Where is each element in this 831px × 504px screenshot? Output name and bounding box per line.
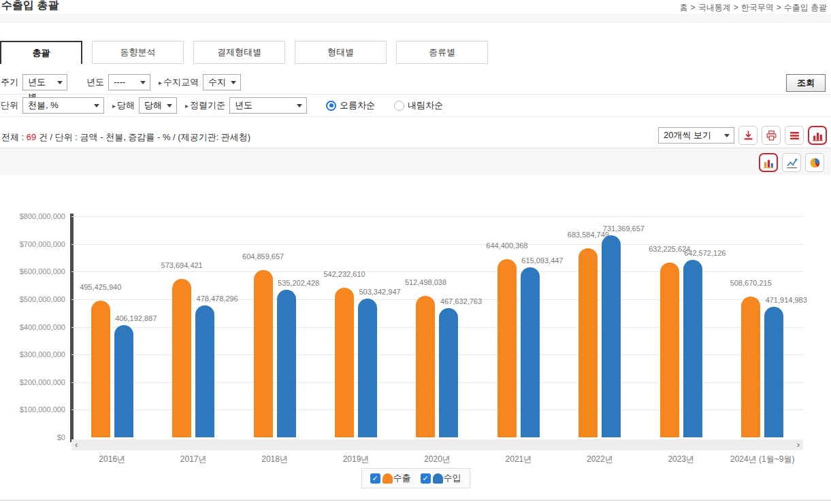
gridline: [71, 216, 803, 217]
download-button[interactable]: [738, 126, 757, 145]
chart-type-band: [0, 148, 831, 175]
tab-2[interactable]: 동향분석: [92, 41, 184, 64]
value-label-수출: 512,498,038: [405, 278, 446, 286]
bar-수입[interactable]: [683, 260, 702, 437]
page-title: 수출입 총괄: [1, 0, 59, 13]
chevron-down-icon: [724, 134, 730, 137]
current-select-value: 당해: [144, 100, 162, 110]
breadcrumb-item[interactable]: 국내통계: [698, 3, 731, 12]
legend-checkbox-icon[interactable]: ✓: [421, 473, 431, 484]
current-select[interactable]: 당해: [139, 97, 177, 114]
bar-수출[interactable]: [660, 263, 679, 437]
gridline: [71, 244, 803, 245]
tab-5[interactable]: 종류별: [396, 41, 488, 64]
y-axis-tick: $500,000,000: [0, 295, 65, 303]
x-axis-label: 2016년: [71, 454, 152, 465]
tab-bar: 총괄동향분석결제형태별형태별종류별: [0, 41, 831, 64]
sort-select[interactable]: 년도: [229, 97, 307, 114]
value-label-수출: 542,232,610: [323, 270, 365, 278]
chevron-down-icon: [167, 104, 172, 107]
radio-unselected-icon: [394, 101, 404, 111]
unit-select[interactable]: 천불, %: [22, 97, 104, 114]
legend-label: 수출: [393, 472, 411, 484]
bar-수입[interactable]: [439, 308, 458, 437]
x-axis-label: 2020년: [397, 454, 478, 465]
header-divider: [0, 14, 831, 22]
print-button[interactable]: [762, 126, 781, 145]
bar-수출[interactable]: [579, 248, 598, 437]
pie-chart-icon: [809, 157, 821, 169]
value-label-수입: 471,914,983: [766, 296, 807, 304]
bar-수출[interactable]: [335, 288, 354, 437]
sort-desc-radio[interactable]: 내림차순: [394, 99, 443, 112]
bar-chart-type-button[interactable]: [759, 153, 778, 172]
balance-select[interactable]: 수지: [203, 74, 241, 90]
bar-수출[interactable]: [254, 270, 273, 437]
value-label-수출: 508,670,215: [730, 279, 772, 287]
value-label-수입: 503,342,947: [359, 288, 400, 296]
sort-select-value: 년도: [235, 100, 252, 110]
bar-수입[interactable]: [277, 290, 296, 437]
bar-chart: 495,425,940406,192,887573,694,421478,478…: [0, 184, 831, 500]
x-axis-label: 2024년 (1월~9월): [722, 454, 803, 465]
balance-select-value: 수지: [208, 77, 226, 87]
arrow-bullet-icon: ▸: [159, 79, 162, 86]
total-prefix: 전체 :: [1, 132, 27, 142]
bar-수입[interactable]: [114, 325, 133, 437]
breadcrumb-separator: >: [734, 3, 738, 12]
download-icon: [743, 130, 754, 141]
bar-수입[interactable]: [358, 299, 377, 437]
breadcrumb-item[interactable]: 홈: [680, 3, 688, 12]
bar-chart-icon: [812, 130, 824, 141]
breadcrumb-separator: >: [777, 3, 781, 12]
value-label-수입: 406,192,887: [115, 314, 157, 322]
page-size-select[interactable]: 20개씩 보기: [658, 127, 734, 144]
breadcrumb-item[interactable]: 수출입 총괄: [784, 3, 827, 12]
legend-marker-icon: [433, 473, 443, 484]
legend-checkbox-icon[interactable]: ✓: [370, 473, 380, 484]
legend-item-수입[interactable]: ✓수입: [421, 472, 461, 484]
pie-chart-type-button[interactable]: [805, 153, 824, 172]
tab-4[interactable]: 형태별: [295, 41, 387, 64]
tab-1[interactable]: 총괄: [0, 41, 82, 64]
sort-asc-radio[interactable]: 오름차순: [326, 99, 375, 112]
line-chart-type-button[interactable]: [782, 153, 801, 172]
scroll-left-icon[interactable]: ‹: [75, 439, 78, 450]
total-suffix: 건 / 단위 : 금액 - 천불, 증감률 - % / (제공기관: 관세청): [36, 132, 250, 142]
scroll-right-icon[interactable]: ›: [797, 439, 800, 450]
bar-수출[interactable]: [416, 296, 435, 437]
arrow-bullet-icon: ▸: [185, 102, 189, 110]
chart-view-button[interactable]: [808, 126, 827, 145]
bar-수입[interactable]: [195, 305, 214, 437]
year-select[interactable]: ----: [108, 74, 150, 90]
bar-수출[interactable]: [172, 279, 191, 437]
breadcrumb[interactable]: 홈>국내통계>한국무역>수출입 총괄: [679, 2, 828, 14]
bar-수출[interactable]: [498, 259, 517, 437]
y-axis-tick: $600,000,000: [0, 267, 65, 275]
total-count: 69: [27, 132, 36, 142]
y-axis-tick: $200,000,000: [0, 378, 65, 386]
value-label-수출: 573,694,421: [161, 261, 203, 269]
bar-수입[interactable]: [764, 307, 783, 437]
tab-3[interactable]: 결제형태별: [193, 41, 285, 64]
page-bottom-divider: [0, 500, 831, 501]
breadcrumb-item[interactable]: 한국무역: [741, 3, 774, 12]
line-chart-icon: [786, 157, 798, 169]
radio-selected-icon: [326, 101, 336, 111]
value-label-수입: 642,572,126: [684, 249, 726, 257]
bar-수출[interactable]: [741, 297, 760, 437]
balance-label: 수지교역: [163, 76, 199, 88]
arrow-bullet-icon: ▸: [112, 102, 116, 110]
value-label-수출: 644,400,368: [486, 241, 527, 250]
list-view-button[interactable]: [785, 126, 804, 145]
period-select[interactable]: 년도별: [22, 74, 67, 90]
bar-수출[interactable]: [91, 301, 110, 437]
status-row: 전체 : 69 건 / 단위 : 금액 - 천불, 증감률 - % / (제공기…: [0, 124, 831, 148]
bar-수입[interactable]: [602, 235, 621, 437]
x-axis-label: 2019년: [315, 454, 396, 465]
chart-scrollbar[interactable]: ‹ ›: [71, 439, 803, 450]
bar-수입[interactable]: [521, 267, 540, 437]
legend-item-수출[interactable]: ✓수출: [370, 472, 411, 484]
unit-label: 단위: [1, 99, 18, 112]
search-button[interactable]: 조회: [786, 74, 826, 92]
